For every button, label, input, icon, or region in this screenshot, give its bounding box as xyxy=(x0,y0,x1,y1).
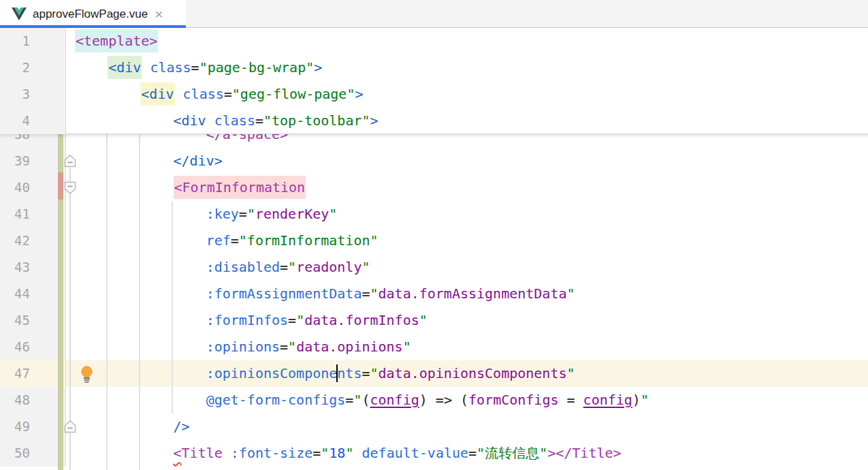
code-line[interactable]: 1<template> xyxy=(0,28,868,54)
tab-title: approveFlowPage.vue xyxy=(33,7,148,21)
ide-window: approveFlowPage.vue × 38 </a-space>39 </… xyxy=(0,0,868,470)
lightbulb-intention-icon[interactable] xyxy=(79,365,95,383)
code-text: :opinionsComponents="data.opinionsCompon… xyxy=(66,360,868,387)
code-line[interactable]: 41 :key="renderKey" xyxy=(0,201,868,228)
line-number[interactable]: 3 xyxy=(0,81,66,108)
sticky-lines-panel[interactable]: 1<template>2 <div class="page-bg-wrap">3… xyxy=(0,28,868,134)
code-line[interactable]: 2 <div class="page-bg-wrap"> xyxy=(0,54,868,81)
code-text: </div> xyxy=(66,148,868,174)
fold-expand-icon[interactable] xyxy=(64,181,76,194)
code-line[interactable]: 3 <div class="geg-flow-page"> xyxy=(0,81,868,108)
code-line[interactable]: 43 :disabled="readonly" xyxy=(0,254,868,281)
code-line[interactable]: 48 @get-form-configs="(config) => (formC… xyxy=(0,387,868,413)
code-text: :formInfos="data.formInfos" xyxy=(66,307,868,334)
code-editor[interactable]: 38 </a-space>39 </div>40 <FormInformatio… xyxy=(0,28,868,470)
line-number[interactable]: 48 xyxy=(0,387,66,413)
tab-approveflowpage[interactable]: approveFlowPage.vue × xyxy=(0,0,186,28)
line-number[interactable]: 44 xyxy=(0,281,66,307)
code-text: <div class="page-bg-wrap"> xyxy=(66,54,868,81)
code-text: ref="formInformation" xyxy=(66,228,868,254)
code-text: <FormInformation xyxy=(66,174,868,201)
vue-logo-icon xyxy=(12,7,27,20)
vcs-deleted-strip[interactable] xyxy=(58,172,63,200)
code-lines-container: 38 </a-space>39 </div>40 <FormInformatio… xyxy=(0,121,868,467)
code-text: :disabled="readonly" xyxy=(66,254,868,281)
code-text: /> xyxy=(66,413,868,440)
code-line[interactable]: 42 ref="formInformation" xyxy=(0,228,868,254)
line-number[interactable]: 46 xyxy=(0,334,66,360)
code-line[interactable]: 40 <FormInformation xyxy=(0,174,868,201)
line-number[interactable]: 43 xyxy=(0,254,66,281)
code-text: @get-form-configs="(config) => (formConf… xyxy=(66,387,868,413)
code-line[interactable]: 4 <div class="top-toolbar"> xyxy=(0,108,868,134)
line-number[interactable]: 45 xyxy=(0,307,66,334)
line-number[interactable]: 41 xyxy=(0,201,66,228)
fold-collapse-icon[interactable] xyxy=(64,420,76,433)
line-number[interactable]: 42 xyxy=(0,228,66,254)
code-text: <div class="geg-flow-page"> xyxy=(66,81,868,108)
code-text: <Title :font-size="18" default-value="流转… xyxy=(66,440,868,467)
line-number[interactable]: 4 xyxy=(0,108,66,134)
fold-collapse-icon[interactable] xyxy=(64,155,76,168)
code-line[interactable]: 45 :formInfos="data.formInfos" xyxy=(0,307,868,334)
code-text: :formAssignmentData="data.formAssignment… xyxy=(66,281,868,307)
code-text: :opinions="data.opinions" xyxy=(66,334,868,360)
line-number[interactable]: 1 xyxy=(0,28,66,54)
code-text: <div class="top-toolbar"> xyxy=(66,108,868,134)
line-number[interactable]: 49 xyxy=(0,413,66,440)
code-text: :key="renderKey" xyxy=(66,201,868,228)
code-line[interactable]: 44 :formAssignmentData="data.formAssignm… xyxy=(0,281,868,307)
code-line[interactable]: 46 :opinions="data.opinions" xyxy=(0,334,868,360)
code-text: <template> xyxy=(66,28,868,54)
line-number[interactable]: 50 xyxy=(0,440,66,467)
editor-tab-bar: approveFlowPage.vue × xyxy=(0,0,868,28)
line-number[interactable]: 47 xyxy=(0,360,66,387)
code-line[interactable]: 47 :opinionsComponents="data.opinionsCom… xyxy=(0,360,868,387)
code-line[interactable]: 50 <Title :font-size="18" default-value=… xyxy=(0,440,868,467)
line-number[interactable]: 39 xyxy=(0,148,66,174)
line-number[interactable]: 2 xyxy=(0,54,66,81)
tab-close-icon[interactable]: × xyxy=(155,7,163,21)
code-line[interactable]: 49 /> xyxy=(0,413,868,440)
code-line[interactable]: 39 </div> xyxy=(0,148,868,174)
line-number[interactable]: 40 xyxy=(0,174,66,201)
